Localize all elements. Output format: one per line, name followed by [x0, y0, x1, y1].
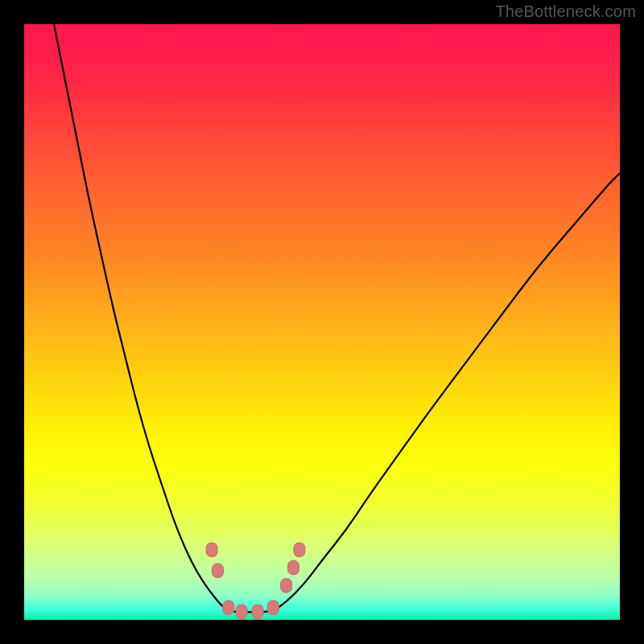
- data-marker: [252, 605, 263, 619]
- curve-path: [54, 24, 620, 612]
- data-marker: [236, 605, 247, 619]
- data-marker: [223, 601, 234, 615]
- attribution-label: TheBottleneck.com: [495, 2, 636, 21]
- plot-area: [24, 24, 620, 620]
- data-marker: [281, 579, 292, 593]
- data-marker: [267, 601, 279, 615]
- bottleneck-curve: [24, 24, 620, 620]
- data-marker: [288, 560, 299, 575]
- chart-frame: TheBottleneck.com: [0, 0, 644, 644]
- marker-group: [206, 543, 305, 619]
- data-marker: [206, 543, 217, 557]
- data-marker: [294, 543, 305, 557]
- data-marker: [213, 564, 224, 578]
